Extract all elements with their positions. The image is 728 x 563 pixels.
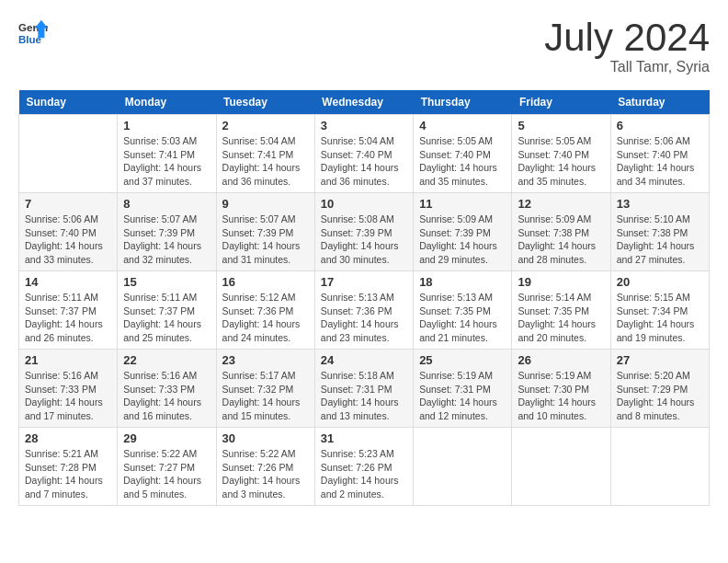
week-row-5: 28Sunrise: 5:21 AMSunset: 7:28 PMDayligh…	[19, 428, 710, 506]
day-number: 29	[123, 431, 210, 445]
day-cell: 26Sunrise: 5:19 AMSunset: 7:30 PMDayligh…	[512, 350, 610, 428]
week-row-1: 1Sunrise: 5:03 AMSunset: 7:41 PMDaylight…	[19, 115, 710, 193]
day-number: 2	[222, 119, 309, 132]
day-cell: 11Sunrise: 5:09 AMSunset: 7:39 PMDayligh…	[414, 193, 512, 271]
day-info: Sunrise: 5:15 AMSunset: 7:34 PMDaylight:…	[617, 291, 703, 345]
day-cell: 14Sunrise: 5:11 AMSunset: 7:37 PMDayligh…	[19, 271, 118, 350]
location-subtitle: Tall Tamr, Syria	[544, 59, 710, 75]
day-info: Sunrise: 5:07 AMSunset: 7:39 PMDaylight:…	[222, 213, 309, 267]
day-cell: 8Sunrise: 5:07 AMSunset: 7:39 PMDaylight…	[118, 193, 216, 271]
day-cell: 19Sunrise: 5:14 AMSunset: 7:35 PMDayligh…	[512, 271, 610, 350]
day-cell: 3Sunrise: 5:04 AMSunset: 7:40 PMDaylight…	[314, 115, 413, 193]
day-number: 11	[419, 197, 506, 211]
week-row-3: 14Sunrise: 5:11 AMSunset: 7:37 PMDayligh…	[19, 271, 710, 350]
day-number: 9	[222, 197, 309, 211]
day-info: Sunrise: 5:04 AMSunset: 7:41 PMDaylight:…	[222, 134, 309, 189]
day-cell: 21Sunrise: 5:16 AMSunset: 7:33 PMDayligh…	[19, 350, 118, 428]
day-info: Sunrise: 5:04 AMSunset: 7:40 PMDaylight:…	[321, 134, 407, 189]
day-number: 15	[123, 275, 210, 289]
day-number: 8	[123, 197, 210, 211]
weekday-header-sunday: Sunday	[19, 90, 118, 115]
day-number: 19	[518, 275, 604, 289]
week-row-4: 21Sunrise: 5:16 AMSunset: 7:33 PMDayligh…	[19, 350, 710, 428]
day-cell: 27Sunrise: 5:20 AMSunset: 7:29 PMDayligh…	[610, 350, 709, 428]
weekday-header-wednesday: Wednesday	[314, 90, 413, 115]
day-number: 14	[25, 275, 111, 289]
day-cell: 7Sunrise: 5:06 AMSunset: 7:40 PMDaylight…	[19, 193, 118, 271]
day-cell	[19, 115, 118, 193]
day-number: 26	[518, 353, 604, 367]
page-title: July 2024	[544, 18, 710, 57]
day-cell: 13Sunrise: 5:10 AMSunset: 7:38 PMDayligh…	[610, 193, 709, 271]
day-info: Sunrise: 5:16 AMSunset: 7:33 PMDaylight:…	[123, 369, 210, 423]
day-cell: 25Sunrise: 5:19 AMSunset: 7:31 PMDayligh…	[414, 350, 512, 428]
day-cell	[610, 428, 709, 506]
day-info: Sunrise: 5:19 AMSunset: 7:31 PMDaylight:…	[419, 369, 506, 423]
day-info: Sunrise: 5:08 AMSunset: 7:39 PMDaylight:…	[321, 213, 407, 267]
day-number: 10	[321, 197, 407, 211]
day-info: Sunrise: 5:09 AMSunset: 7:38 PMDaylight:…	[518, 213, 604, 267]
logo-icon: General Blue	[18, 18, 48, 48]
day-cell: 20Sunrise: 5:15 AMSunset: 7:34 PMDayligh…	[610, 271, 709, 350]
weekday-header-thursday: Thursday	[414, 90, 512, 115]
day-number: 22	[123, 353, 210, 367]
day-cell: 6Sunrise: 5:06 AMSunset: 7:40 PMDaylight…	[610, 115, 709, 193]
day-number: 23	[222, 353, 309, 367]
day-number: 13	[617, 197, 703, 211]
day-number: 30	[222, 431, 309, 445]
day-cell: 9Sunrise: 5:07 AMSunset: 7:39 PMDaylight…	[216, 193, 314, 271]
day-info: Sunrise: 5:21 AMSunset: 7:28 PMDaylight:…	[25, 447, 111, 501]
day-info: Sunrise: 5:06 AMSunset: 7:40 PMDaylight:…	[25, 213, 111, 267]
day-cell: 2Sunrise: 5:04 AMSunset: 7:41 PMDaylight…	[216, 115, 314, 193]
day-number: 18	[419, 275, 506, 289]
day-number: 3	[321, 119, 407, 132]
day-cell: 22Sunrise: 5:16 AMSunset: 7:33 PMDayligh…	[118, 350, 216, 428]
day-cell: 28Sunrise: 5:21 AMSunset: 7:28 PMDayligh…	[19, 428, 118, 506]
day-info: Sunrise: 5:07 AMSunset: 7:39 PMDaylight:…	[123, 213, 210, 267]
day-cell: 30Sunrise: 5:22 AMSunset: 7:26 PMDayligh…	[216, 428, 314, 506]
day-info: Sunrise: 5:05 AMSunset: 7:40 PMDaylight:…	[419, 134, 506, 189]
day-info: Sunrise: 5:11 AMSunset: 7:37 PMDaylight:…	[123, 291, 210, 345]
day-info: Sunrise: 5:05 AMSunset: 7:40 PMDaylight:…	[518, 134, 604, 189]
day-cell: 5Sunrise: 5:05 AMSunset: 7:40 PMDaylight…	[512, 115, 610, 193]
day-number: 21	[25, 353, 111, 367]
day-info: Sunrise: 5:03 AMSunset: 7:41 PMDaylight:…	[123, 134, 210, 189]
day-cell: 29Sunrise: 5:22 AMSunset: 7:27 PMDayligh…	[118, 428, 216, 506]
day-number: 17	[321, 275, 407, 289]
day-cell: 15Sunrise: 5:11 AMSunset: 7:37 PMDayligh…	[118, 271, 216, 350]
day-info: Sunrise: 5:13 AMSunset: 7:36 PMDaylight:…	[321, 291, 407, 345]
day-number: 16	[222, 275, 309, 289]
day-number: 27	[617, 353, 703, 367]
day-info: Sunrise: 5:22 AMSunset: 7:26 PMDaylight:…	[222, 447, 309, 501]
day-cell: 17Sunrise: 5:13 AMSunset: 7:36 PMDayligh…	[314, 271, 413, 350]
day-cell: 18Sunrise: 5:13 AMSunset: 7:35 PMDayligh…	[414, 271, 512, 350]
weekday-header-friday: Friday	[512, 90, 610, 115]
day-info: Sunrise: 5:11 AMSunset: 7:37 PMDaylight:…	[25, 291, 111, 345]
day-info: Sunrise: 5:19 AMSunset: 7:30 PMDaylight:…	[518, 369, 604, 423]
day-number: 6	[617, 119, 703, 132]
day-number: 4	[419, 119, 506, 132]
weekday-header-monday: Monday	[118, 90, 216, 115]
weekday-header-tuesday: Tuesday	[216, 90, 314, 115]
day-cell: 16Sunrise: 5:12 AMSunset: 7:36 PMDayligh…	[216, 271, 314, 350]
day-number: 20	[617, 275, 703, 289]
day-info: Sunrise: 5:06 AMSunset: 7:40 PMDaylight:…	[617, 134, 703, 189]
day-number: 1	[123, 119, 210, 132]
day-number: 28	[25, 431, 111, 445]
day-info: Sunrise: 5:20 AMSunset: 7:29 PMDaylight:…	[617, 369, 703, 423]
day-cell	[414, 428, 512, 506]
day-info: Sunrise: 5:10 AMSunset: 7:38 PMDaylight:…	[617, 213, 703, 267]
day-number: 5	[518, 119, 604, 132]
day-info: Sunrise: 5:09 AMSunset: 7:39 PMDaylight:…	[419, 213, 506, 267]
day-cell: 12Sunrise: 5:09 AMSunset: 7:38 PMDayligh…	[512, 193, 610, 271]
weekday-header-saturday: Saturday	[610, 90, 709, 115]
day-info: Sunrise: 5:23 AMSunset: 7:26 PMDaylight:…	[321, 447, 407, 501]
day-number: 25	[419, 353, 506, 367]
day-number: 12	[518, 197, 604, 211]
day-info: Sunrise: 5:14 AMSunset: 7:35 PMDaylight:…	[518, 291, 604, 345]
day-info: Sunrise: 5:18 AMSunset: 7:31 PMDaylight:…	[321, 369, 407, 423]
logo: General Blue	[18, 18, 48, 48]
day-info: Sunrise: 5:22 AMSunset: 7:27 PMDaylight:…	[123, 447, 210, 501]
calendar-table: SundayMondayTuesdayWednesdayThursdayFrid…	[18, 90, 710, 506]
day-cell: 10Sunrise: 5:08 AMSunset: 7:39 PMDayligh…	[314, 193, 413, 271]
